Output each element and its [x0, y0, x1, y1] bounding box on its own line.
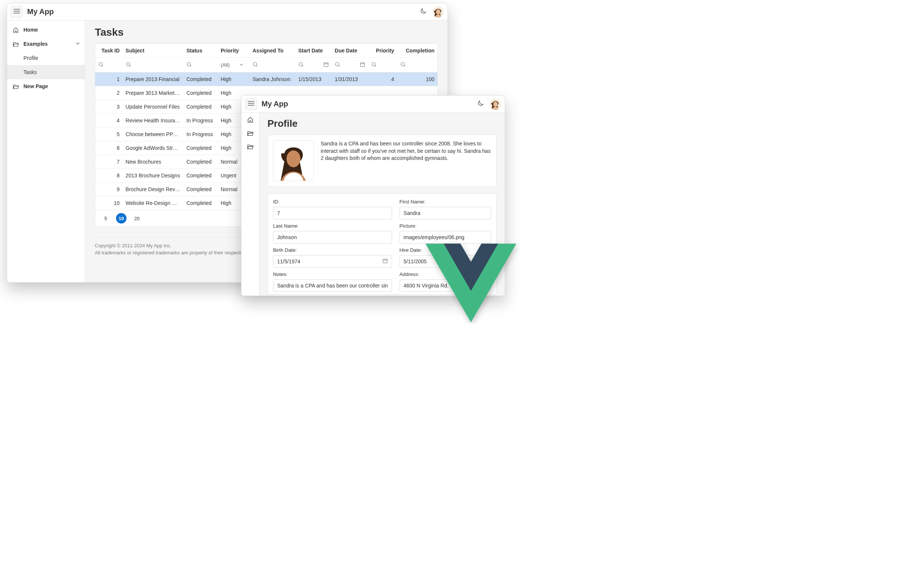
field-first-name: First Name: Sandra — [399, 199, 491, 219]
folder-icon — [12, 83, 19, 90]
cell-completion: 100 — [397, 72, 438, 86]
col-status[interactable]: Status — [183, 44, 218, 58]
search-icon[interactable] — [400, 62, 406, 69]
menu-toggle-button[interactable] — [11, 6, 23, 18]
input-notes[interactable]: Sandra is a CPA and has been our control… — [273, 279, 392, 292]
search-icon[interactable] — [371, 62, 377, 69]
col-task-id[interactable]: Task ID — [95, 44, 123, 58]
cell-subject: Choose between PPO a… — [123, 127, 184, 141]
field-notes: Notes: Sandra is a CPA and has been our … — [273, 271, 392, 292]
field-birth-date: Birth Date: 11/5/1974 — [273, 247, 392, 268]
nav-examples-label: Examples — [23, 41, 75, 47]
nav-tasks[interactable]: Tasks — [7, 65, 85, 79]
hamburger-icon — [14, 9, 20, 15]
nav-home[interactable]: Home — [7, 23, 85, 37]
page-size-20[interactable]: 20 — [132, 213, 142, 223]
search-icon[interactable] — [253, 62, 258, 69]
cell-status: In Progress — [183, 114, 218, 127]
cell-subject: Google AdWords Strate… — [123, 141, 184, 155]
theme-toggle-button[interactable] — [418, 6, 429, 18]
nav-tasks-label: Tasks — [23, 69, 80, 75]
col-completion[interactable]: Completion — [397, 44, 438, 58]
filter-all-label: (All) — [220, 62, 230, 68]
cell-status: Completed — [183, 196, 218, 210]
cell-subject: Update Personnel Files — [123, 100, 184, 114]
svg-point-3 — [126, 62, 129, 66]
chevron-down-icon — [75, 41, 80, 47]
svg-rect-9 — [360, 63, 364, 66]
folder-icon — [247, 143, 254, 151]
nav-profile[interactable]: Profile — [7, 51, 85, 65]
field-last-name: Last Name: Johnson — [273, 223, 392, 244]
folder-open-icon — [12, 41, 19, 47]
page-size-10[interactable]: 10 — [116, 213, 126, 223]
calendar-icon[interactable] — [382, 258, 388, 265]
calendar-icon[interactable] — [323, 62, 329, 69]
topbar: My App — [7, 3, 447, 21]
cell-task-id: 8 — [95, 169, 123, 183]
search-icon[interactable] — [186, 62, 192, 69]
search-icon[interactable] — [98, 62, 104, 69]
search-icon[interactable] — [298, 62, 304, 69]
input-birth-date[interactable]: 11/5/1974 — [273, 255, 392, 268]
page-title: Tasks — [95, 26, 438, 38]
input-first-name[interactable]: Sandra — [399, 207, 491, 219]
page-size-5[interactable]: 5 — [100, 213, 111, 223]
label-picture: Picture: — [399, 223, 491, 229]
cell-subject: 2013 Brochure Designs — [123, 169, 184, 183]
moon-icon — [420, 7, 427, 16]
cell-task-id: 10 — [95, 196, 123, 210]
svg-point-8 — [336, 62, 339, 66]
col-priority-num[interactable]: Priority — [368, 44, 397, 58]
svg-point-10 — [372, 62, 375, 66]
avatar[interactable] — [490, 99, 501, 110]
mini-sidebar — [242, 113, 259, 296]
svg-rect-7 — [324, 63, 328, 66]
col-start-date[interactable]: Start Date — [296, 44, 332, 58]
svg-point-13 — [493, 101, 498, 106]
priority-filter[interactable]: (All) — [220, 62, 247, 68]
input-id[interactable]: 7 — [273, 207, 392, 219]
cell-task-id: 5 — [95, 127, 123, 141]
search-icon[interactable] — [126, 62, 131, 69]
topbar: My App — [242, 96, 505, 113]
input-picture[interactable]: images/employees/06.png — [399, 231, 491, 244]
svg-point-5 — [254, 62, 256, 66]
nav-examples[interactable] — [246, 130, 254, 138]
bio-card: Sandra is a CPA and has been our control… — [267, 135, 496, 187]
cell-status: Completed — [183, 155, 218, 169]
col-due-date[interactable]: Due Date — [332, 44, 368, 58]
col-priority[interactable]: Priority — [218, 44, 250, 58]
nav-examples[interactable]: Examples — [7, 37, 85, 51]
cell-start-date: 1/15/2013 — [296, 72, 332, 86]
cell-subject: Review Health Insuranc… — [123, 114, 184, 127]
svg-point-1 — [436, 9, 440, 14]
cell-status: Completed — [183, 183, 218, 196]
col-assigned-to[interactable]: Assigned To — [250, 44, 296, 58]
avatar[interactable] — [433, 6, 444, 18]
field-id: ID: 7 — [273, 199, 392, 219]
bio-text: Sandra is a CPA and has been our control… — [321, 140, 491, 181]
cell-status: Completed — [183, 169, 218, 183]
cell-task-id: 3 — [95, 100, 123, 114]
app-title: My App — [261, 100, 288, 108]
col-subject[interactable]: Subject — [123, 44, 184, 58]
search-icon[interactable] — [335, 62, 340, 69]
page-title: Profile — [267, 118, 496, 129]
nav-new-page[interactable]: New Page — [7, 79, 85, 93]
table-row[interactable]: 1Prepare 2013 FinancialCompletedHighSand… — [95, 72, 438, 86]
cell-task-id: 7 — [95, 155, 123, 169]
input-last-name[interactable]: Johnson — [273, 231, 392, 244]
cell-assigned-to: Sandra Johnson — [250, 72, 296, 86]
theme-toggle-button[interactable] — [475, 99, 486, 110]
svg-point-11 — [400, 62, 404, 66]
nav-new-page-label: New Page — [23, 83, 80, 89]
nav-home[interactable] — [246, 117, 254, 124]
label-notes: Notes: — [273, 271, 392, 277]
svg-point-6 — [299, 62, 302, 66]
menu-toggle-button[interactable] — [245, 98, 257, 110]
sidebar: Home Examples Profile Tasks New Page — [7, 21, 85, 282]
calendar-icon[interactable] — [360, 62, 365, 69]
cell-status: Completed — [183, 86, 218, 100]
nav-new-page[interactable] — [246, 143, 254, 151]
